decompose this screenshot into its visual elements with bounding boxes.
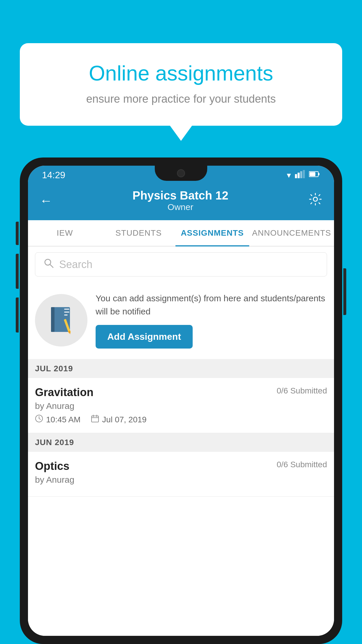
search-bar[interactable]: Search: [35, 252, 327, 276]
phone-container: 14:29 ▾: [20, 158, 342, 644]
svg-line-19: [39, 419, 41, 419]
speech-bubble-container: Online assignments ensure more practice …: [20, 43, 342, 126]
search-icon: [43, 258, 54, 271]
assignment-name-gravitation: Gravitation: [35, 386, 94, 399]
app-header: ← Physics Batch 12 Owner: [28, 184, 334, 220]
gravitation-date: Jul 07, 2019: [102, 415, 147, 424]
phone-side-btn-power: [343, 268, 346, 315]
svg-rect-3: [303, 170, 305, 178]
tab-students[interactable]: STUDENTS: [102, 220, 175, 246]
phone-notch: [155, 166, 207, 181]
month-header-jun: JUN 2019: [28, 433, 334, 452]
svg-rect-6: [310, 172, 315, 176]
svg-point-7: [313, 197, 317, 201]
signal-icon: [295, 170, 305, 180]
speech-bubble: Online assignments ensure more practice …: [20, 43, 342, 126]
tab-announcements[interactable]: ANNOUNCEMENTS: [249, 220, 334, 246]
header-title: Physics Batch 12: [52, 189, 308, 202]
phone-outer: 14:29 ▾: [20, 158, 342, 644]
header-center: Physics Batch 12 Owner: [52, 189, 308, 212]
battery-icon: [309, 170, 320, 180]
phone-screen: 14:29 ▾: [28, 166, 334, 636]
svg-rect-13: [64, 312, 69, 313]
tabs-container: IEW STUDENTS ASSIGNMENTS ANNOUNCEMENTS: [28, 220, 334, 246]
status-icons: ▾: [287, 170, 320, 180]
add-assignment-button[interactable]: Add Assignment: [96, 325, 193, 349]
phone-camera: [177, 169, 185, 177]
tab-iew[interactable]: IEW: [28, 220, 102, 246]
status-time: 14:29: [42, 170, 65, 181]
promo-text: You can add assignment(s) from here and …: [96, 292, 327, 318]
svg-rect-11: [51, 307, 55, 332]
content-area: Search: [28, 246, 334, 636]
month-header-jul: JUL 2019: [28, 359, 334, 378]
wifi-icon: ▾: [287, 170, 291, 180]
back-button[interactable]: ←: [40, 193, 52, 208]
promo-right: You can add assignment(s) from here and …: [96, 292, 327, 349]
promo-icon-circle: [35, 294, 87, 346]
meta-time-gravitation: 10:45 AM: [35, 414, 80, 425]
svg-line-9: [50, 265, 53, 267]
assignment-top: Gravitation 0/6 Submitted: [35, 386, 327, 399]
speech-bubble-subtitle: ensure more practice for your students: [43, 93, 319, 105]
assignment-submitted-gravitation: 0/6 Submitted: [277, 386, 327, 396]
clock-icon: [35, 414, 43, 425]
search-placeholder: Search: [59, 258, 92, 271]
phone-side-btn-volume-up: [16, 222, 19, 245]
phone-side-btn-volume-down: [16, 254, 19, 289]
svg-rect-20: [92, 416, 99, 422]
svg-rect-0: [295, 174, 297, 178]
header-subtitle: Owner: [52, 202, 308, 212]
speech-bubble-title: Online assignments: [43, 61, 319, 86]
assignment-by-optics: by Anurag: [35, 475, 327, 485]
tab-assignments[interactable]: ASSIGNMENTS: [175, 220, 249, 246]
svg-rect-12: [64, 309, 69, 310]
assignment-by-gravitation: by Anurag: [35, 401, 327, 411]
meta-date-gravitation: Jul 07, 2019: [91, 414, 147, 425]
svg-rect-2: [300, 171, 302, 178]
assignment-item-gravitation[interactable]: Gravitation 0/6 Submitted by Anurag: [28, 378, 334, 433]
assignment-meta-gravitation: 10:45 AM Jul 07, 201: [35, 414, 327, 425]
settings-button[interactable]: [308, 192, 322, 209]
assignment-name-optics: Optics: [35, 460, 69, 473]
promo-section: You can add assignment(s) from here and …: [28, 282, 334, 359]
search-container: Search: [28, 246, 334, 282]
svg-rect-14: [64, 314, 68, 316]
calendar-icon: [91, 414, 99, 425]
assignment-item-optics[interactable]: Optics 0/6 Submitted by Anurag: [28, 452, 334, 497]
gravitation-time: 10:45 AM: [46, 415, 80, 424]
notebook-icon: [48, 306, 74, 335]
assignment-submitted-optics: 0/6 Submitted: [277, 460, 327, 469]
svg-rect-5: [318, 173, 319, 175]
phone-side-btn-extra: [16, 298, 19, 332]
svg-rect-1: [298, 173, 300, 178]
assignment-top-optics: Optics 0/6 Submitted: [35, 460, 327, 473]
